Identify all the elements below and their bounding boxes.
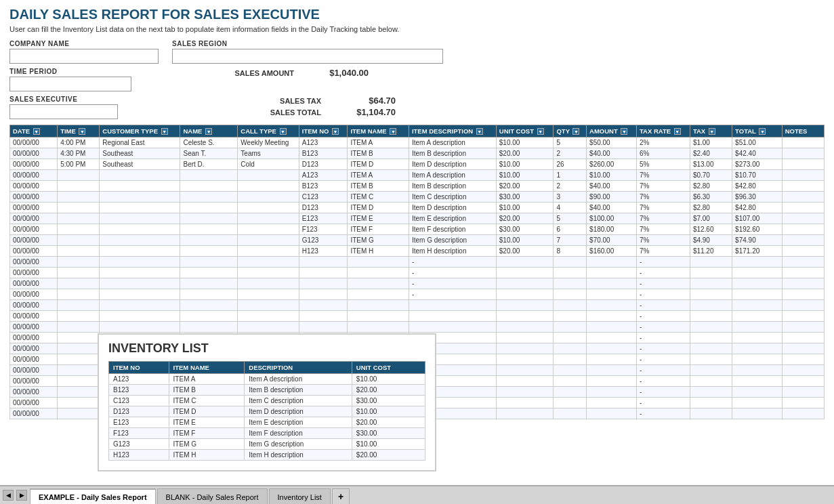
- taxrate-filter-arrow[interactable]: ▼: [674, 128, 681, 135]
- inv-table-cell: C123: [109, 396, 169, 406]
- table-cell: [732, 354, 783, 365]
- sales-tax-value: $64.70: [328, 96, 396, 106]
- table-cell: [238, 257, 299, 268]
- custtype-filter-arrow[interactable]: ▼: [161, 128, 168, 135]
- th-call-type: CALL TYPE ▼: [238, 125, 299, 138]
- table-cell: [58, 257, 100, 268]
- table-cell: $40.00: [587, 203, 637, 213]
- amount-filter-arrow[interactable]: ▼: [621, 128, 627, 135]
- table-cell: [782, 343, 824, 354]
- table-cell: [180, 213, 238, 224]
- table-cell: [348, 322, 409, 333]
- table-cell: Item A description: [409, 138, 496, 148]
- time-period-input[interactable]: [9, 77, 131, 91]
- table-cell: [409, 322, 496, 333]
- table-cell: 00/00/00: [10, 192, 58, 203]
- sales-exec-group: SALES EXECUTIVE: [9, 96, 118, 119]
- th-total: TOTAL ▼: [732, 125, 783, 138]
- sales-amount-row: SALES AMOUNT $1,040.00: [213, 68, 369, 78]
- table-cell: [100, 300, 180, 311]
- table-cell: [782, 365, 824, 376]
- table-cell: [58, 192, 100, 203]
- table-cell: $42.80: [732, 203, 783, 213]
- table-cell: [782, 224, 824, 235]
- table-cell: 26: [554, 159, 587, 170]
- table-cell: [299, 311, 348, 322]
- inv-table-cell: ITEM H: [169, 450, 245, 461]
- table-cell: [690, 333, 732, 343]
- table-cell: Sean T.: [180, 148, 238, 159]
- company-name-label: COMPANY NAME: [9, 40, 159, 47]
- table-cell: 7%: [637, 213, 690, 224]
- table-cell: [58, 246, 100, 257]
- table-cell: ITEM H: [348, 246, 409, 257]
- itemno-filter-arrow[interactable]: ▼: [332, 128, 339, 135]
- date-filter-arrow[interactable]: ▼: [33, 128, 40, 135]
- table-cell: 7%: [637, 246, 690, 257]
- inv-table-row: F123ITEM FItem F description$30.00: [109, 428, 425, 439]
- table-cell: [238, 170, 299, 181]
- table-cell: $42.40: [732, 148, 783, 159]
- table-cell: [180, 203, 238, 213]
- table-cell: [782, 311, 824, 322]
- table-cell: 6: [554, 224, 587, 235]
- table-row: 00/00/00H123ITEM HItem H description$20.…: [10, 246, 825, 257]
- table-cell: [409, 311, 496, 322]
- table-cell: [690, 354, 732, 365]
- itemname-filter-arrow[interactable]: ▼: [390, 128, 396, 135]
- table-cell: [732, 278, 783, 289]
- inv-table-cell: ITEM B: [169, 385, 245, 396]
- table-cell: [554, 365, 587, 376]
- table-cell: Item D description: [409, 203, 496, 213]
- table-cell: -: [409, 289, 496, 300]
- table-cell: [238, 213, 299, 224]
- itemdesc-filter-arrow[interactable]: ▼: [476, 128, 483, 135]
- table-row: 00/00/00--: [10, 268, 825, 278]
- table-cell: [496, 257, 554, 268]
- table-cell: -: [637, 365, 690, 376]
- sales-region-input[interactable]: [172, 49, 443, 64]
- table-cell: 7%: [637, 192, 690, 203]
- table-cell: [732, 387, 783, 398]
- table-cell: [496, 322, 554, 333]
- inv-table-cell: $10.00: [352, 406, 425, 417]
- table-cell: 00/00/00: [10, 170, 58, 181]
- table-cell: [690, 322, 732, 333]
- table-cell: [732, 376, 783, 387]
- tab-inventory-list[interactable]: Inventory List: [269, 488, 331, 504]
- table-cell: ITEM C: [348, 192, 409, 203]
- tab-prev-button[interactable]: ◀: [3, 490, 14, 501]
- table-cell: $40.00: [587, 181, 637, 192]
- table-cell: [782, 203, 824, 213]
- table-row: 00/00/005:00 PMSoutheastBert D.ColdD123I…: [10, 159, 825, 170]
- inv-table-cell: $20.00: [352, 417, 425, 428]
- table-cell: Item B description: [409, 181, 496, 192]
- table-cell: [238, 246, 299, 257]
- tab-blank-daily[interactable]: BLANK - Daily Sales Report: [157, 488, 268, 504]
- inv-table-cell: $10.00: [352, 439, 425, 450]
- unitcost-filter-arrow[interactable]: ▼: [537, 128, 544, 135]
- inv-table-cell: $30.00: [352, 428, 425, 439]
- total-filter-arrow[interactable]: ▼: [759, 128, 766, 135]
- tab-example-daily[interactable]: EXAMPLE - Daily Sales Report: [30, 488, 156, 504]
- tab-add-button[interactable]: +: [332, 488, 350, 504]
- sales-amount-value: $1,040.00: [301, 68, 369, 78]
- table-cell: [732, 333, 783, 343]
- name-filter-arrow[interactable]: ▼: [205, 128, 212, 135]
- sales-total-label: SALES TOTAL: [240, 108, 321, 117]
- time-filter-arrow[interactable]: ▼: [79, 128, 85, 135]
- table-cell: [58, 235, 100, 246]
- sales-exec-input[interactable]: [9, 104, 118, 119]
- table-cell: 4: [554, 203, 587, 213]
- table-cell: [348, 278, 409, 289]
- table-cell: Item C description: [409, 192, 496, 203]
- table-cell: [238, 322, 299, 333]
- company-name-input[interactable]: [9, 49, 159, 64]
- tab-next-button[interactable]: ▶: [16, 490, 27, 501]
- calltype-filter-arrow[interactable]: ▼: [280, 128, 287, 135]
- tax-filter-arrow[interactable]: ▼: [709, 128, 715, 135]
- table-cell: [782, 333, 824, 343]
- inv-th-description: DESCRIPTION: [245, 362, 352, 374]
- inv-table-cell: Item H description: [245, 450, 352, 461]
- qty-filter-arrow[interactable]: ▼: [572, 128, 579, 135]
